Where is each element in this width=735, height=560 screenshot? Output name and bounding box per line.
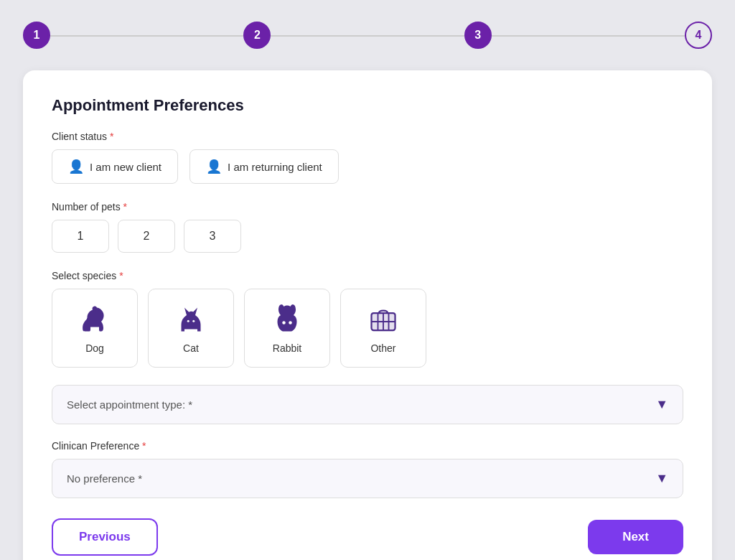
card-title: Appointment Preferences	[52, 96, 683, 115]
dog-icon	[78, 302, 112, 337]
clinician-dropdown[interactable]: No preference * ▼	[52, 459, 683, 498]
species-cat[interactable]: Cat	[148, 289, 234, 368]
rabbit-icon	[270, 302, 304, 337]
svg-point-2	[192, 320, 195, 322]
pet-count-2[interactable]: 2	[118, 220, 175, 253]
nav-row: Previous Next	[52, 518, 683, 556]
chevron-down-icon-clinician: ▼	[655, 471, 668, 486]
svg-point-3	[282, 321, 286, 325]
step-4: 4	[685, 22, 712, 49]
progress-bar: 1 2 3 4	[23, 22, 712, 49]
svg-point-4	[289, 321, 292, 325]
species-other[interactable]: Other	[340, 289, 426, 368]
required-star-pets: *	[123, 201, 127, 213]
num-pets-section: Number of pets * 1 2 3	[52, 201, 683, 253]
appointment-type-section: Select appointment type: * ▼	[52, 385, 683, 424]
cat-icon	[174, 302, 208, 337]
client-status-label: Client status *	[52, 131, 683, 142]
other-icon	[366, 302, 401, 337]
num-pets-label: Number of pets *	[52, 201, 683, 213]
species-section: Select species * Dog Cat	[52, 270, 683, 368]
pet-count-3[interactable]: 3	[184, 220, 241, 253]
person-icon-returning: 👤	[206, 159, 222, 174]
step-3: 3	[464, 22, 492, 49]
required-star-species: *	[119, 270, 123, 281]
client-status-section: Client status * 👤 I am new client 👤 I am…	[52, 131, 683, 184]
main-card: Appointment Preferences Client status * …	[23, 70, 712, 560]
chevron-down-icon-appointment: ▼	[655, 397, 668, 412]
person-icon-new: 👤	[68, 159, 84, 174]
pets-row: 1 2 3	[52, 220, 683, 253]
species-dog[interactable]: Dog	[52, 289, 138, 368]
species-rabbit[interactable]: Rabbit	[244, 289, 330, 368]
species-row: Dog Cat Rabbit	[52, 289, 683, 368]
pet-count-1[interactable]: 1	[52, 220, 109, 253]
next-button[interactable]: Next	[588, 520, 683, 554]
client-status-row: 👤 I am new client 👤 I am returning clien…	[52, 149, 683, 184]
previous-button[interactable]: Previous	[52, 518, 158, 556]
step-1: 1	[23, 22, 50, 49]
appointment-type-dropdown[interactable]: Select appointment type: * ▼	[52, 385, 683, 424]
required-star-client: *	[110, 131, 113, 142]
returning-client-button[interactable]: 👤 I am returning client	[189, 149, 339, 184]
required-star-clinician: *	[142, 440, 146, 452]
svg-point-0	[95, 310, 99, 312]
svg-point-1	[187, 320, 189, 322]
clinician-section: Clinican Preference * No preference * ▼	[52, 440, 683, 498]
species-label: Select species *	[52, 270, 683, 281]
clinician-label: Clinican Preference *	[52, 440, 683, 452]
progress-steps: 1 2 3 4	[23, 22, 712, 49]
step-2: 2	[243, 22, 271, 49]
new-client-button[interactable]: 👤 I am new client	[52, 149, 178, 184]
